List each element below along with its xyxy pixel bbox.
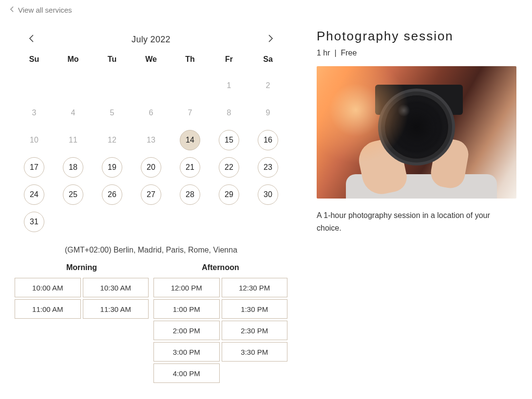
calendar-month-label: July 2022 [132,35,171,45]
calendar-day[interactable]: 14 [180,130,200,150]
calendar-day[interactable]: 15 [219,130,239,150]
afternoon-title: Afternoon [153,263,287,272]
calendar-day: 6 [141,103,161,123]
calendar-dow: Tu [93,55,132,69]
calendar-day: 8 [219,103,239,123]
calendar-day[interactable]: 25 [63,184,83,205]
calendar-grid: SuMoTuWeThFrSa12345678910111213141516171… [15,55,287,232]
calendar-day: 10 [24,130,44,150]
calendar-dow: Fr [209,55,248,69]
calendar-day[interactable]: 31 [24,212,44,232]
calendar-day: 12 [102,130,122,150]
calendar-blank [132,75,171,96]
time-slot-button[interactable]: 1:30 PM [222,299,288,319]
calendar-day[interactable]: 18 [63,157,83,178]
calendar-day[interactable]: 19 [102,157,122,178]
calendar-day[interactable]: 28 [180,184,200,205]
time-slot-button[interactable]: 3:30 PM [222,342,288,362]
calendar-day: 7 [180,103,200,123]
calendar-blank [54,75,93,96]
calendar-day: 13 [141,130,161,150]
calendar-day: 9 [258,103,278,123]
calendar-dow: Th [171,55,209,69]
calendar-day[interactable]: 17 [24,157,44,178]
morning-title: Morning [15,263,149,272]
service-duration: 1 hr [317,49,330,57]
service-price: Free [341,49,357,57]
calendar-day: 2 [258,75,278,96]
back-link-label: View all services [18,6,72,14]
time-slot-button[interactable]: 11:30 AM [83,299,149,319]
service-meta: 1 hr | Free [317,49,517,57]
calendar-dow: Mo [54,55,93,69]
calendar-day: 4 [63,103,83,123]
service-title: Photography session [317,29,517,44]
calendar-dow: We [132,55,171,69]
time-slot-button[interactable]: 4:00 PM [153,363,220,383]
calendar-day[interactable]: 30 [258,184,278,205]
calendar-prev-button[interactable] [28,34,35,45]
calendar-day: 5 [102,103,122,123]
time-slot-button[interactable]: 11:00 AM [15,299,81,319]
calendar-day[interactable]: 21 [180,157,200,178]
calendar-day[interactable]: 20 [141,157,161,178]
time-slot-button[interactable]: 10:30 AM [83,278,149,297]
time-slot-button[interactable]: 3:00 PM [153,342,220,362]
calendar-day[interactable]: 26 [102,184,122,205]
calendar-day[interactable]: 29 [219,184,239,205]
calendar-blank [171,75,209,96]
chevron-left-icon [10,6,14,14]
timezone-label: (GMT+02:00) Berlin, Madrid, Paris, Rome,… [15,246,287,254]
calendar-day[interactable]: 24 [24,184,44,205]
afternoon-slot-grid: 12:00 PM12:30 PM1:00 PM1:30 PM2:00 PM2:3… [153,278,287,383]
time-slot-button[interactable]: 2:30 PM [222,321,288,340]
calendar-day[interactable]: 22 [219,157,239,178]
calendar-dow: Su [15,55,54,69]
service-description: A 1-hour photography session in a locati… [317,209,516,234]
back-to-services-link[interactable]: View all services [0,0,532,14]
calendar-day[interactable]: 27 [141,184,161,205]
calendar-day[interactable]: 16 [258,130,278,150]
calendar-day[interactable]: 23 [258,157,278,178]
morning-slot-grid: 10:00 AM10:30 AM11:00 AM11:30 AM [15,278,149,319]
time-slot-button[interactable]: 10:00 AM [15,278,81,297]
time-slot-button[interactable]: 12:00 PM [153,278,220,297]
service-image [317,66,516,199]
calendar-blank [93,75,132,96]
meta-separator: | [334,49,336,57]
calendar-next-button[interactable] [267,34,274,45]
time-slot-button[interactable]: 12:30 PM [222,278,288,297]
calendar-day: 3 [24,103,44,123]
time-slot-button[interactable]: 1:00 PM [153,299,220,319]
calendar-day: 11 [63,130,83,150]
time-slot-button[interactable]: 2:00 PM [153,321,220,340]
calendar-dow: Sa [248,55,287,69]
calendar-blank [15,75,54,96]
calendar-day: 1 [219,75,239,96]
